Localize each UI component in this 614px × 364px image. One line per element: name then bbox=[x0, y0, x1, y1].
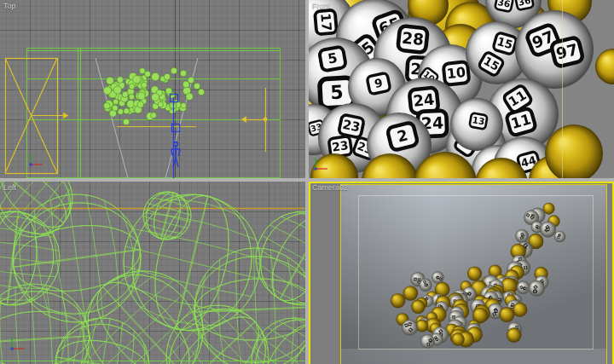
viewport-top[interactable]: Top bbox=[0, 0, 305, 178]
viewport-grid: Top Front Left Camera02 bbox=[0, 0, 614, 364]
viewport-top-canvas bbox=[0, 0, 305, 178]
viewport-left-canvas bbox=[0, 182, 305, 364]
viewport-top-label[interactable]: Top bbox=[3, 2, 16, 10]
viewport-camera-label[interactable]: Camera02 bbox=[312, 183, 348, 192]
viewport-left-label[interactable]: Left bbox=[3, 183, 16, 192]
viewport-front-label[interactable]: Front bbox=[312, 2, 330, 10]
viewport-camera-canvas bbox=[309, 182, 614, 364]
viewport-front-canvas bbox=[309, 0, 614, 178]
viewport-left[interactable]: Left bbox=[0, 182, 305, 364]
viewport-camera[interactable]: Camera02 bbox=[309, 182, 614, 364]
viewport-front[interactable]: Front bbox=[309, 0, 614, 178]
